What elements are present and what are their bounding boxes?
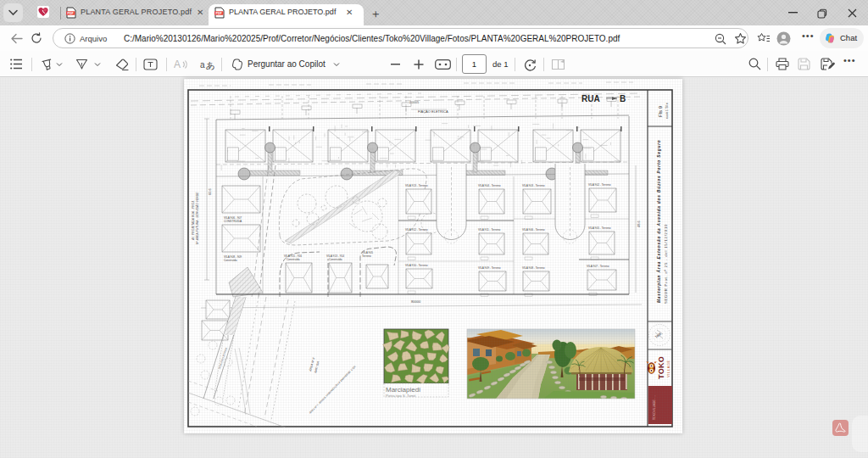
svg-text:PDF: PDF xyxy=(68,12,75,15)
svg-text:PDF: PDF xyxy=(216,12,223,15)
svg-text:NATI S/A: NATI S/A xyxy=(314,360,320,373)
svg-text:a: a xyxy=(200,60,205,70)
svg-text:あ: あ xyxy=(206,60,215,70)
svg-text:TOKO: TOKO xyxy=(657,356,665,379)
svg-text:VILA 909 - Terreno: VILA 909 - Terreno xyxy=(478,266,501,270)
svg-text:VILA 905 - Terreno: VILA 905 - Terreno xyxy=(588,226,611,230)
svg-text:CONSTRUÍDA: CONSTRUÍDA xyxy=(224,220,242,223)
svg-text:48.6: 48.6 xyxy=(637,220,641,227)
svg-text:Construída: Construída xyxy=(224,259,237,262)
svg-text:SEDUR Prot. nº 25 - del 15/12/: SEDUR Prot. nº 25 - del 15/12/2010 xyxy=(664,224,668,304)
svg-text:Fls 9: Fls 9 xyxy=(658,105,663,117)
svg-text:Pietra tipo S. Tomé: Pietra tipo S. Tomé xyxy=(386,394,416,398)
svg-text:escala 1:750 m: escala 1:750 m xyxy=(665,102,669,119)
svg-text:A: A xyxy=(174,59,181,70)
svg-text:VILA 912 - Terreno: VILA 912 - Terreno xyxy=(405,228,428,232)
svg-text:VILA 903 - Terreno: VILA 903 - Terreno xyxy=(522,184,545,187)
svg-text:Construída: Construída xyxy=(329,258,342,261)
svg-text:FIAÇÃO ELETRICA: FIAÇÃO ELETRICA xyxy=(418,109,448,114)
svg-text:B: B xyxy=(620,94,626,103)
svg-text:VILA 913 - Terreno: VILA 913 - Terreno xyxy=(405,184,428,187)
svg-text:VILA 902 - Terreno: VILA 902 - Terreno xyxy=(588,183,611,187)
svg-text:VILA 906 - Terreno: VILA 906 - Terreno xyxy=(522,228,545,232)
svg-text:·: · xyxy=(628,97,630,102)
svg-text:Nº ÁREA FUTURA - SERVIDÃO VERD: Nº ÁREA FUTURA - SERVIDÃO VERDE xyxy=(195,192,199,244)
svg-text:Masterplan Área Extensão da Av: Masterplan Área Extensão da Avenida dos … xyxy=(656,139,661,303)
svg-text:VILA 908 - Terreno: VILA 908 - Terreno xyxy=(522,266,545,270)
svg-text:VILA 904 - Terreno: VILA 904 - Terreno xyxy=(478,184,501,187)
svg-text:AV. PROJETADA RUA - PROJ.: AV. PROJETADA RUA - PROJ. xyxy=(192,200,195,241)
svg-text:RUA: RUA xyxy=(581,94,600,103)
svg-text:VILA 911 - Terreno: VILA 911 - Terreno xyxy=(478,228,501,232)
svg-text:Construída: Construída xyxy=(287,258,300,261)
svg-text:80000: 80000 xyxy=(411,299,421,304)
svg-text:VILA 907 - Terreno: VILA 907 - Terreno xyxy=(587,265,609,268)
svg-text:TOKOVILLAGE - ...: TOKOVILLAGE - ... xyxy=(653,394,656,420)
svg-text:Terreno: Terreno xyxy=(362,254,371,258)
svg-text:60.6: 60.6 xyxy=(208,187,212,195)
svg-text:VILA 910 - Terreno: VILA 910 - Terreno xyxy=(405,264,428,267)
svg-text:VILLAGE: VILLAGE xyxy=(666,360,670,377)
